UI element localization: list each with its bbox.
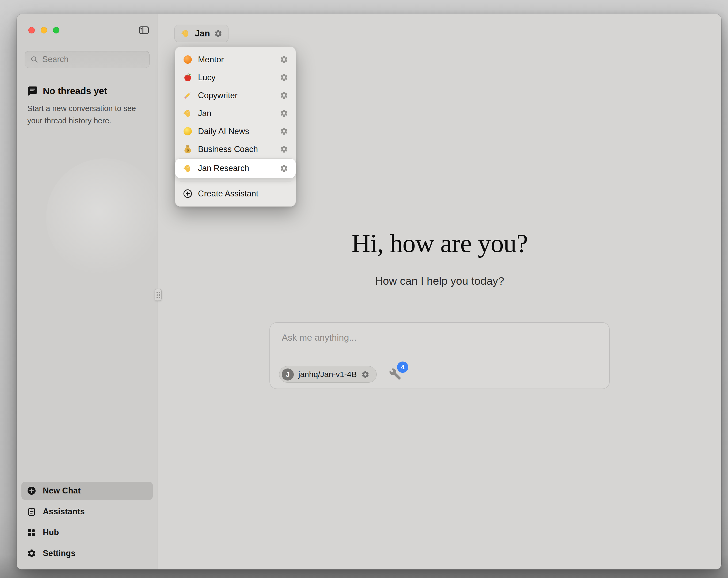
assistant-menu-label: Daily AI News bbox=[198, 127, 275, 136]
create-assistant-button[interactable]: Create Assistant bbox=[179, 185, 292, 203]
window-controls bbox=[28, 27, 59, 33]
gear-icon[interactable] bbox=[361, 370, 369, 379]
assistant-menu-item-mentor[interactable]: Mentor bbox=[179, 51, 292, 69]
titlebar bbox=[17, 14, 158, 47]
assistant-menu-item-lucy[interactable]: Lucy bbox=[179, 69, 292, 86]
zoom-button[interactable] bbox=[53, 27, 59, 33]
gear-icon[interactable] bbox=[280, 145, 288, 153]
model-selector[interactable]: J janhq/Jan-v1-4B bbox=[279, 366, 377, 383]
assistant-menu-label: Mentor bbox=[198, 55, 275, 65]
search-field[interactable] bbox=[25, 51, 150, 68]
wave-hand-icon bbox=[183, 164, 192, 173]
assistant-selector-button[interactable]: Jan bbox=[175, 25, 229, 42]
assistant-menu-item-business-coach[interactable]: Business Coach bbox=[179, 140, 292, 158]
close-button[interactable] bbox=[28, 27, 35, 33]
assistant-menu-label: Lucy bbox=[198, 73, 275, 82]
money-bag-icon bbox=[183, 144, 192, 154]
pencil-icon bbox=[183, 91, 192, 100]
nav-label: Assistants bbox=[43, 507, 85, 517]
assistant-menu-item-daily-ai-news[interactable]: Daily AI News bbox=[179, 122, 292, 140]
search-icon bbox=[30, 55, 38, 64]
sidebar: No threads yet Start a new conversation … bbox=[17, 14, 158, 570]
message-input[interactable] bbox=[270, 323, 609, 363]
gear-icon[interactable] bbox=[280, 73, 288, 82]
plus-circle-outline-icon bbox=[183, 189, 192, 199]
threads-empty-state: No threads yet Start a new conversation … bbox=[27, 85, 147, 127]
yellow-circle-icon bbox=[183, 126, 192, 136]
assistant-menu-item-jan[interactable]: Jan bbox=[179, 104, 292, 122]
assistant-menu-item-copywriter[interactable]: Copywriter bbox=[179, 86, 292, 104]
gear-icon[interactable] bbox=[280, 55, 288, 64]
nav-label: Hub bbox=[43, 528, 59, 537]
gear-icon[interactable] bbox=[280, 127, 288, 135]
sidebar-toggle-icon[interactable] bbox=[138, 25, 150, 36]
orange-circle-icon bbox=[183, 55, 192, 65]
empty-state-description: Start a new conversation to see your thr… bbox=[27, 102, 147, 127]
gear-icon[interactable] bbox=[280, 91, 288, 100]
gear-icon[interactable] bbox=[280, 109, 288, 118]
tools-button[interactable]: 4 bbox=[389, 368, 402, 381]
sidebar-item-assistants[interactable]: Assistants bbox=[21, 503, 153, 521]
sidebar-item-new-chat[interactable]: New Chat bbox=[21, 482, 153, 500]
model-name: janhq/Jan-v1-4B bbox=[298, 370, 357, 379]
app-window: No threads yet Start a new conversation … bbox=[17, 14, 721, 570]
greeting-title: Hi, how are you? bbox=[158, 230, 721, 257]
assistants-icon bbox=[27, 507, 36, 517]
sidebar-resize-handle[interactable] bbox=[155, 289, 162, 301]
plus-circle-icon bbox=[27, 486, 36, 496]
composer[interactable]: J janhq/Jan-v1-4B 4 bbox=[269, 322, 610, 389]
tools-badge: 4 bbox=[397, 361, 408, 373]
apple-icon bbox=[183, 73, 192, 82]
create-assistant-label: Create Assistant bbox=[198, 189, 288, 199]
gear-icon bbox=[27, 549, 36, 558]
model-avatar: J bbox=[282, 369, 294, 380]
empty-state-title: No threads yet bbox=[43, 85, 107, 96]
chat-bubble-icon bbox=[27, 85, 38, 96]
assistant-menu-label: Business Coach bbox=[198, 145, 275, 154]
gear-icon[interactable] bbox=[214, 29, 222, 38]
nav-label: New Chat bbox=[43, 486, 80, 496]
welcome-hero: Hi, how are you? How can I help you toda… bbox=[158, 230, 721, 287]
gear-icon[interactable] bbox=[280, 164, 288, 173]
search-input[interactable] bbox=[42, 55, 144, 64]
sidebar-item-hub[interactable]: Hub bbox=[21, 523, 153, 542]
sidebar-nav: New Chat Assistants Hub Settings bbox=[17, 482, 158, 570]
composer-toolbar: J janhq/Jan-v1-4B 4 bbox=[279, 366, 402, 383]
assistant-name: Jan bbox=[195, 28, 210, 39]
menu-divider bbox=[180, 181, 291, 181]
assistant-menu-label: Copywriter bbox=[198, 91, 275, 100]
minimize-button[interactable] bbox=[41, 27, 47, 33]
sidebar-item-settings[interactable]: Settings bbox=[21, 544, 153, 562]
nav-label: Settings bbox=[43, 549, 75, 558]
assistant-menu: Mentor Lucy Copywriter Jan Daily AI News bbox=[175, 47, 296, 207]
greeting-subtitle: How can I help you today? bbox=[158, 275, 721, 287]
hub-grid-icon bbox=[27, 528, 36, 537]
wave-hand-icon bbox=[183, 108, 192, 118]
assistant-menu-label: Jan bbox=[198, 109, 275, 118]
wave-hand-icon bbox=[181, 28, 191, 39]
assistant-menu-item-jan-research[interactable]: Jan Research bbox=[175, 159, 296, 178]
main-area: Jan Mentor Lucy Copywriter Jan bbox=[158, 14, 721, 570]
assistant-menu-label: Jan Research bbox=[198, 164, 275, 173]
